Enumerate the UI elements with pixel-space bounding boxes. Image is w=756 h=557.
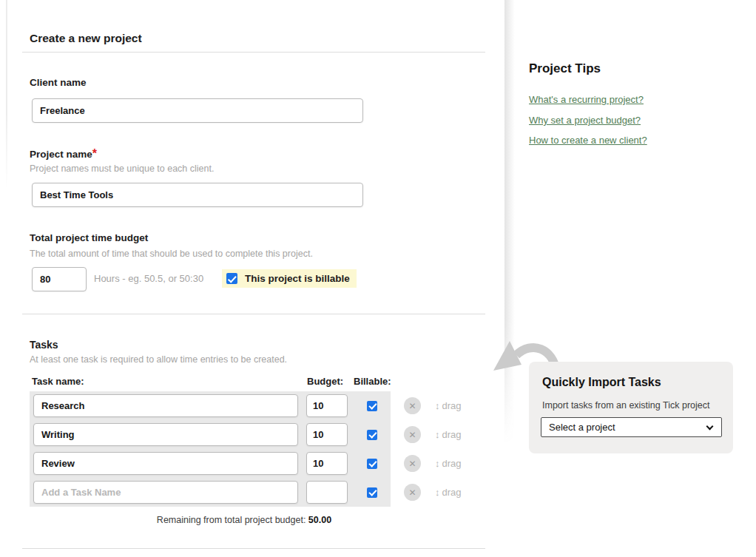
drag-handle[interactable]: ↕ drag [435, 400, 462, 411]
tasks-title: Tasks [30, 339, 58, 351]
column-header-task-name: Task name: [32, 376, 84, 387]
required-asterisk: * [92, 147, 97, 160]
task-billable-checkbox[interactable] [367, 487, 377, 498]
project-name-helper: Project names must be unique to each cli… [30, 163, 214, 174]
drag-label: drag [442, 429, 462, 440]
task-row: ✕ ↕ drag [30, 478, 460, 507]
close-icon: ✕ [408, 459, 416, 468]
task-rows: ✕ ↕ drag ✕ ↕ drag ✕ ↕ drag [30, 391, 460, 507]
quick-import-description: Import tasks from an existing Tick proje… [542, 400, 709, 411]
drag-arrows-icon: ↕ [435, 458, 440, 469]
task-budget-input[interactable] [306, 423, 348, 446]
task-budget-input[interactable] [306, 481, 348, 504]
remove-task-button[interactable]: ✕ [404, 426, 421, 443]
task-name-input[interactable] [33, 452, 298, 475]
task-billable-checkbox[interactable] [367, 430, 377, 440]
project-name-label: Project name* [30, 147, 97, 161]
task-billable-checkbox[interactable] [367, 401, 377, 411]
drag-handle[interactable]: ↕ drag [435, 458, 462, 469]
task-budget-input[interactable] [306, 452, 348, 475]
project-select[interactable]: Select a project [541, 417, 722, 437]
budget-label: Total project time budget [30, 232, 148, 243]
quick-import-panel: Quickly Import Tasks Import tasks from a… [529, 362, 733, 453]
drag-arrows-icon: ↕ [435, 400, 440, 411]
task-budget-input[interactable] [306, 394, 348, 417]
task-name-input[interactable] [33, 423, 298, 446]
task-name-input[interactable] [33, 481, 298, 504]
close-icon: ✕ [408, 488, 416, 497]
client-name-input[interactable] [32, 98, 363, 123]
remaining-budget-value: 50.00 [308, 515, 331, 525]
remaining-budget-label: Remaining from total project budget: [157, 515, 306, 525]
task-row: ✕ ↕ drag [30, 391, 460, 420]
task-name-input[interactable] [33, 394, 298, 417]
close-icon: ✕ [408, 431, 416, 439]
tasks-helper: At least one task is required to allow t… [30, 354, 287, 365]
divider [22, 314, 485, 314]
column-header-billable: Billable: [354, 376, 391, 387]
billable-option: This project is billable [222, 269, 357, 288]
project-name-input[interactable] [32, 183, 363, 207]
drag-handle[interactable]: ↕ drag [435, 429, 462, 440]
drag-label: drag [442, 458, 462, 469]
remove-task-button[interactable]: ✕ [404, 397, 421, 414]
tip-link-recurring-project[interactable]: What's a recurring project? [529, 94, 644, 105]
chevron-down-icon [706, 423, 714, 431]
project-tips-title: Project Tips [529, 61, 601, 76]
drag-label: drag [442, 487, 462, 498]
divider [22, 52, 485, 53]
tip-link-project-budget[interactable]: Why set a project budget? [529, 115, 641, 126]
billable-label: This project is billable [245, 273, 350, 284]
task-billable-checkbox[interactable] [367, 459, 377, 469]
close-icon: ✕ [408, 402, 416, 411]
budget-hours-input[interactable] [32, 267, 87, 291]
drag-arrows-icon: ↕ [435, 487, 440, 498]
budget-hint: Hours - eg. 50.5, or 50:30 [94, 273, 203, 284]
budget-helper: The total amount of time that should be … [30, 249, 313, 259]
billable-checkbox[interactable] [226, 273, 237, 284]
divider [22, 548, 485, 549]
content-right-edge-shadow [504, 0, 515, 444]
page-title: Create a new project [30, 32, 142, 45]
content-left-edge-shadow [6, 0, 8, 189]
project-select-value: Select a project [549, 422, 615, 433]
task-row: ✕ ↕ drag [30, 420, 460, 449]
drag-label: drag [442, 400, 462, 411]
client-name-label: Client name [30, 77, 87, 88]
remaining-budget-line: Remaining from total project budget: 50.… [30, 515, 459, 525]
quick-import-title: Quickly Import Tasks [542, 376, 661, 389]
remove-task-button[interactable]: ✕ [404, 484, 421, 501]
drag-arrows-icon: ↕ [435, 429, 440, 440]
column-header-budget: Budget: [307, 376, 343, 387]
drag-handle[interactable]: ↕ drag [435, 487, 462, 498]
task-row: ✕ ↕ drag [30, 449, 460, 478]
remove-task-button[interactable]: ✕ [404, 455, 421, 472]
tip-link-new-client[interactable]: How to create a new client? [529, 135, 647, 146]
